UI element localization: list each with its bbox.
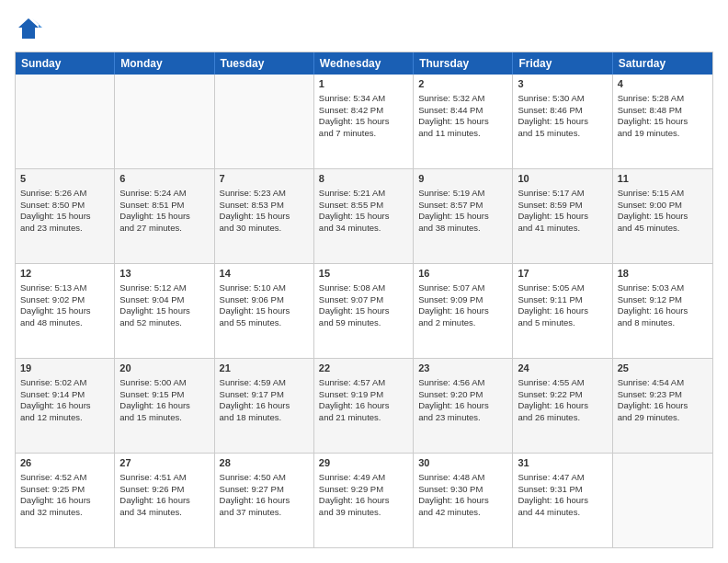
day-info-line: Daylight: 16 hours — [220, 495, 309, 507]
day-info-line: and 26 minutes. — [518, 412, 607, 424]
day-number: 20 — [119, 362, 209, 375]
day-info-line: Sunset: 8:57 PM — [418, 200, 507, 212]
calendar-cell: 19Sunrise: 5:02 AMSunset: 9:14 PMDayligh… — [16, 359, 115, 453]
day-info-line: and 37 minutes. — [220, 507, 309, 519]
calendar-cell: 9Sunrise: 5:19 AMSunset: 8:57 PMDaylight… — [414, 169, 513, 263]
day-info-line: Daylight: 15 hours — [119, 211, 209, 223]
day-info-line: Sunrise: 5:08 AM — [319, 282, 408, 294]
calendar-cell — [613, 454, 712, 547]
day-info-line: and 32 minutes. — [20, 507, 109, 519]
day-info-line: Sunset: 9:07 PM — [319, 294, 408, 306]
day-info-line: Sunset: 8:55 PM — [319, 200, 408, 212]
calendar-header: SundayMondayTuesdayWednesdayThursdayFrid… — [16, 52, 712, 75]
day-info-line: and 59 minutes. — [319, 317, 408, 329]
day-info-line: and 8 minutes. — [618, 317, 708, 329]
day-number: 26 — [20, 456, 109, 470]
day-number: 27 — [119, 456, 209, 470]
calendar-row: 1Sunrise: 5:34 AMSunset: 8:42 PMDaylight… — [16, 75, 712, 169]
calendar-cell: 1Sunrise: 5:34 AMSunset: 8:42 PMDaylight… — [314, 75, 414, 168]
calendar-cell — [215, 75, 314, 168]
calendar-cell: 23Sunrise: 4:56 AMSunset: 9:20 PMDayligh… — [414, 359, 513, 453]
day-info-line: Sunset: 9:00 PM — [618, 200, 708, 212]
day-info-line: Sunset: 9:15 PM — [119, 389, 209, 401]
day-info-line: and 52 minutes. — [119, 317, 209, 329]
day-info-line: Sunrise: 5:17 AM — [518, 188, 607, 200]
day-info-line: Daylight: 15 hours — [518, 116, 607, 128]
calendar-cell: 25Sunrise: 4:54 AMSunset: 9:23 PMDayligh… — [613, 359, 712, 453]
day-info-line: Sunrise: 5:24 AM — [119, 188, 209, 200]
calendar-body: 1Sunrise: 5:34 AMSunset: 8:42 PMDaylight… — [16, 75, 712, 547]
day-number: 15 — [319, 267, 408, 281]
day-info-line: Daylight: 16 hours — [20, 495, 109, 507]
day-info-line: Daylight: 15 hours — [319, 305, 408, 317]
weekday-header: Friday — [513, 52, 612, 75]
page: SundayMondayTuesdayWednesdayThursdayFrid… — [0, 0, 728, 563]
day-info-line: and 15 minutes. — [119, 412, 209, 424]
day-info-line: and 38 minutes. — [418, 223, 507, 235]
day-info-line: Sunset: 9:14 PM — [20, 389, 109, 401]
calendar-cell: 6Sunrise: 5:24 AMSunset: 8:51 PMDaylight… — [115, 169, 214, 263]
day-info-line: Sunrise: 4:52 AM — [20, 472, 109, 484]
header — [15, 15, 713, 42]
day-info-line: and 29 minutes. — [618, 412, 708, 424]
calendar-cell: 11Sunrise: 5:15 AMSunset: 9:00 PMDayligh… — [613, 169, 712, 263]
day-info-line: Daylight: 15 hours — [20, 211, 109, 223]
day-info-line: Sunrise: 4:59 AM — [220, 377, 309, 389]
day-info-line: Daylight: 15 hours — [618, 211, 708, 223]
day-info-line: Sunset: 8:44 PM — [418, 105, 507, 117]
day-number: 1 — [319, 77, 408, 91]
day-number: 6 — [119, 172, 209, 186]
day-number: 23 — [418, 362, 507, 375]
day-info-line: and 15 minutes. — [518, 128, 607, 140]
day-info-line: Daylight: 16 hours — [518, 400, 607, 412]
day-info-line: Daylight: 16 hours — [220, 400, 309, 412]
day-info-line: and 11 minutes. — [418, 128, 507, 140]
day-number: 14 — [220, 267, 309, 281]
day-info-line: Sunset: 9:17 PM — [220, 389, 309, 401]
day-info-line: Sunrise: 5:23 AM — [220, 188, 309, 200]
day-info-line: Daylight: 16 hours — [319, 495, 408, 507]
day-info-line: and 21 minutes. — [319, 412, 408, 424]
day-info-line: Sunrise: 5:15 AM — [618, 188, 708, 200]
weekday-header: Thursday — [414, 52, 513, 75]
day-number: 13 — [119, 267, 209, 281]
day-number: 21 — [220, 362, 309, 375]
day-info-line: Sunset: 9:23 PM — [618, 389, 708, 401]
day-number: 18 — [618, 267, 708, 281]
calendar-cell: 22Sunrise: 4:57 AMSunset: 9:19 PMDayligh… — [314, 359, 414, 453]
day-info-line: Sunset: 9:19 PM — [319, 389, 408, 401]
day-info-line: Sunset: 9:02 PM — [20, 294, 109, 306]
calendar-cell: 12Sunrise: 5:13 AMSunset: 9:02 PMDayligh… — [16, 264, 115, 358]
day-number: 5 — [20, 172, 109, 186]
calendar-cell: 18Sunrise: 5:03 AMSunset: 9:12 PMDayligh… — [613, 264, 712, 358]
day-info-line: Sunrise: 4:49 AM — [319, 472, 408, 484]
day-number: 8 — [319, 172, 408, 186]
day-info-line: Sunrise: 4:57 AM — [319, 377, 408, 389]
day-info-line: Sunrise: 5:12 AM — [119, 282, 209, 294]
calendar-cell: 4Sunrise: 5:28 AMSunset: 8:48 PMDaylight… — [613, 75, 712, 168]
day-info-line: Daylight: 16 hours — [418, 495, 507, 507]
calendar-cell: 24Sunrise: 4:55 AMSunset: 9:22 PMDayligh… — [513, 359, 612, 453]
day-info-line: and 19 minutes. — [618, 128, 708, 140]
day-number: 2 — [418, 77, 507, 91]
day-info-line: and 48 minutes. — [20, 317, 109, 329]
calendar-cell: 5Sunrise: 5:26 AMSunset: 8:50 PMDaylight… — [16, 169, 115, 263]
day-info-line: and 2 minutes. — [418, 317, 507, 329]
day-info-line: Sunset: 9:27 PM — [220, 484, 309, 496]
day-info-line: Sunrise: 4:51 AM — [119, 472, 209, 484]
calendar-cell — [16, 75, 115, 168]
day-info-line: Daylight: 16 hours — [20, 400, 109, 412]
calendar-cell: 20Sunrise: 5:00 AMSunset: 9:15 PMDayligh… — [115, 359, 214, 453]
calendar-cell: 26Sunrise: 4:52 AMSunset: 9:25 PMDayligh… — [16, 454, 115, 547]
calendar-cell: 28Sunrise: 4:50 AMSunset: 9:27 PMDayligh… — [215, 454, 314, 547]
day-info-line: Daylight: 15 hours — [319, 211, 408, 223]
day-info-line: Sunrise: 5:26 AM — [20, 188, 109, 200]
day-info-line: and 55 minutes. — [220, 317, 309, 329]
day-info-line: Daylight: 16 hours — [418, 305, 507, 317]
day-info-line: and 42 minutes. — [418, 507, 507, 519]
day-number: 30 — [418, 456, 507, 470]
weekday-header: Saturday — [613, 52, 712, 75]
calendar-row: 5Sunrise: 5:26 AMSunset: 8:50 PMDaylight… — [16, 169, 712, 264]
weekday-header: Tuesday — [215, 52, 314, 75]
calendar-cell: 8Sunrise: 5:21 AMSunset: 8:55 PMDaylight… — [314, 169, 414, 263]
